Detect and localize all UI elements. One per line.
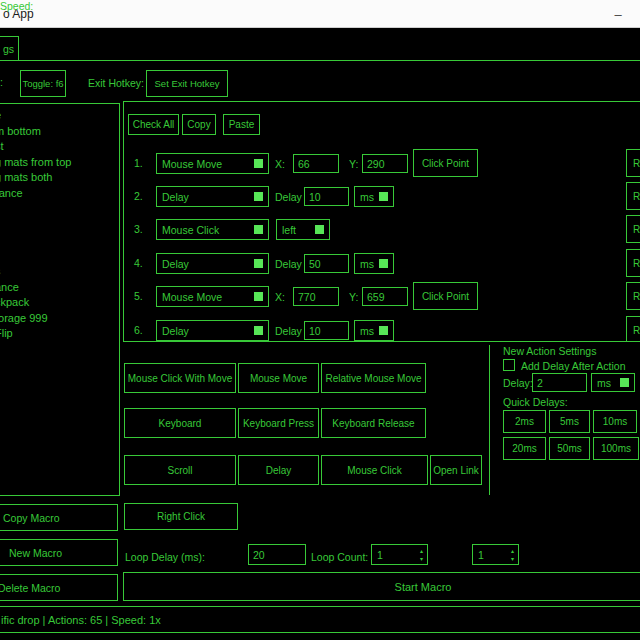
- macro-list-item[interactable]: ckpack: [0, 295, 119, 311]
- macro-list-item[interactable]: g mats both: [0, 170, 119, 186]
- x-label: X:: [275, 158, 285, 170]
- loop-count-spinner[interactable]: 1 ▴▾: [371, 544, 428, 565]
- delay-label: Delay: [275, 191, 302, 203]
- minimize-button[interactable]: –: [604, 0, 632, 28]
- action-type-value: Delay: [162, 258, 189, 270]
- new-action-ms-dropdown[interactable]: ms: [591, 373, 635, 392]
- quick-delay-50ms-button[interactable]: 50ms: [549, 437, 590, 460]
- ms-value: ms: [360, 325, 374, 337]
- quick-delay-5ms-button[interactable]: 5ms: [549, 410, 590, 433]
- spinner-up-icon[interactable]: ▴: [511, 547, 514, 555]
- macro-list-item[interactable]: ance: [0, 280, 119, 296]
- delay-input[interactable]: [304, 254, 349, 273]
- right-click-button[interactable]: Right Click: [124, 503, 238, 530]
- dropdown-square-icon: [254, 326, 263, 335]
- action-type-dropdown[interactable]: Delay: [156, 253, 269, 274]
- copy-button[interactable]: Copy: [182, 114, 216, 135]
- spinner-up-icon[interactable]: ▴: [420, 547, 423, 555]
- macro-list-item[interactable]: s: [0, 264, 119, 280]
- loop-count-label: Loop Count:: [311, 551, 368, 563]
- keyboard-release-button[interactable]: Keyboard Release: [321, 408, 426, 438]
- delay-label: Delay: [275, 258, 302, 270]
- action-type-dropdown[interactable]: Mouse Move: [156, 153, 269, 174]
- spinner-arrows[interactable]: ▴▾: [420, 547, 423, 563]
- mouse-click-button[interactable]: Mouse Click: [321, 455, 428, 485]
- mouse-button-value: left: [282, 224, 296, 236]
- action-row: 2. Delay Delay ms Remove: [124, 186, 640, 207]
- x-input[interactable]: [293, 287, 339, 306]
- start-macro-button[interactable]: Start Macro: [123, 572, 640, 601]
- y-input[interactable]: [362, 154, 408, 173]
- macro-list[interactable]: e m bottom st g mats from top g mats bot…: [0, 103, 120, 496]
- spinner-down-icon[interactable]: ▾: [420, 555, 423, 563]
- quick-delay-20ms-button[interactable]: 20ms: [503, 437, 546, 460]
- set-exit-hotkey-button[interactable]: Set Exit Hotkey: [146, 70, 228, 97]
- toggle-hotkey-button[interactable]: Toggle: f6: [20, 70, 66, 97]
- open-link-button[interactable]: Open Link: [430, 455, 482, 485]
- quick-delay-2ms-button[interactable]: 2ms: [503, 410, 546, 433]
- speed-spinner[interactable]: 1 ▴▾: [472, 544, 519, 565]
- action-row: 1. Mouse Move X: Y: Click Point Remove: [124, 153, 640, 174]
- remove-button[interactable]: Remove: [626, 249, 640, 277]
- action-type-dropdown[interactable]: Mouse Click: [156, 219, 269, 240]
- loop-delay-input[interactable]: [248, 544, 306, 565]
- click-point-button[interactable]: Click Point: [413, 282, 478, 310]
- new-action-delay-input[interactable]: [532, 373, 587, 392]
- click-point-button[interactable]: Click Point: [413, 149, 478, 177]
- paste-button[interactable]: Paste: [223, 114, 260, 135]
- spinner-down-icon[interactable]: ▾: [511, 555, 514, 563]
- delay-button[interactable]: Delay: [238, 455, 319, 485]
- macro-list-item[interactable]: rance: [0, 186, 119, 202]
- copy-macro-button[interactable]: Copy Macro: [0, 504, 118, 531]
- remove-button[interactable]: Remove: [626, 182, 640, 210]
- new-action-settings-title: New Action Settings: [503, 345, 596, 357]
- tab-settings[interactable]: gs: [0, 36, 19, 61]
- ms-value: ms: [360, 258, 374, 270]
- check-all-button[interactable]: Check All: [128, 114, 179, 135]
- keyboard-press-button[interactable]: Keyboard Press: [238, 408, 319, 438]
- new-macro-button[interactable]: New Macro: [0, 539, 118, 566]
- new-action-delay-label: Delay:: [503, 377, 533, 389]
- dropdown-square-icon: [379, 259, 388, 268]
- remove-button[interactable]: Remove: [626, 316, 640, 342]
- mouse-move-button[interactable]: Mouse Move: [238, 363, 319, 393]
- remove-button[interactable]: Remove: [626, 215, 640, 243]
- delay-input[interactable]: [304, 321, 349, 340]
- action-type-dropdown[interactable]: Delay: [156, 186, 269, 207]
- action-type-dropdown[interactable]: Delay: [156, 320, 269, 341]
- remove-button[interactable]: Remove: [626, 149, 640, 177]
- action-index: 5.: [134, 290, 143, 302]
- relative-mouse-move-button[interactable]: Relative Mouse Move: [321, 363, 426, 393]
- ms-dropdown[interactable]: ms: [354, 320, 394, 341]
- scroll-button[interactable]: Scroll: [124, 455, 236, 485]
- mouse-click-with-move-button[interactable]: Mouse Click With Move: [124, 363, 236, 393]
- delete-macro-button[interactable]: Delete Macro: [0, 574, 118, 601]
- ms-dropdown[interactable]: ms: [354, 253, 394, 274]
- macro-list-item[interactable]: st: [0, 139, 119, 155]
- macro-list-item-empty: [0, 202, 119, 218]
- macro-list-item[interactable]: g mats from top: [0, 155, 119, 171]
- action-type-dropdown[interactable]: Mouse Move: [156, 286, 269, 307]
- macro-list-item[interactable]: Flip: [0, 326, 119, 342]
- keyboard-button[interactable]: Keyboard: [124, 408, 236, 438]
- ms-dropdown[interactable]: ms: [354, 186, 394, 207]
- remove-button[interactable]: Remove: [626, 282, 640, 310]
- macro-list-item[interactable]: m bottom: [0, 124, 119, 140]
- exit-hotkey-label: Exit Hotkey:: [88, 77, 144, 89]
- action-index: 1.: [134, 157, 143, 169]
- delay-input[interactable]: [304, 187, 349, 206]
- add-delay-label: Add Delay After Action: [521, 360, 625, 372]
- quick-delay-100ms-button[interactable]: 100ms: [593, 437, 639, 460]
- spinner-arrows[interactable]: ▴▾: [511, 547, 514, 563]
- status-bar: ific drop | Actions: 65 | Speed: 1x: [0, 606, 640, 633]
- macro-list-item[interactable]: torage 999: [0, 311, 119, 327]
- add-delay-checkbox[interactable]: [503, 359, 515, 371]
- quick-delay-10ms-button[interactable]: 10ms: [593, 410, 637, 433]
- y-input[interactable]: [362, 287, 408, 306]
- mouse-button-dropdown[interactable]: left: [276, 219, 330, 240]
- x-input[interactable]: [293, 154, 339, 173]
- macro-list-item[interactable]: e: [0, 108, 119, 124]
- action-index: 3.: [134, 223, 143, 235]
- action-type-value: Mouse Move: [162, 158, 222, 170]
- y-label: Y:: [349, 291, 358, 303]
